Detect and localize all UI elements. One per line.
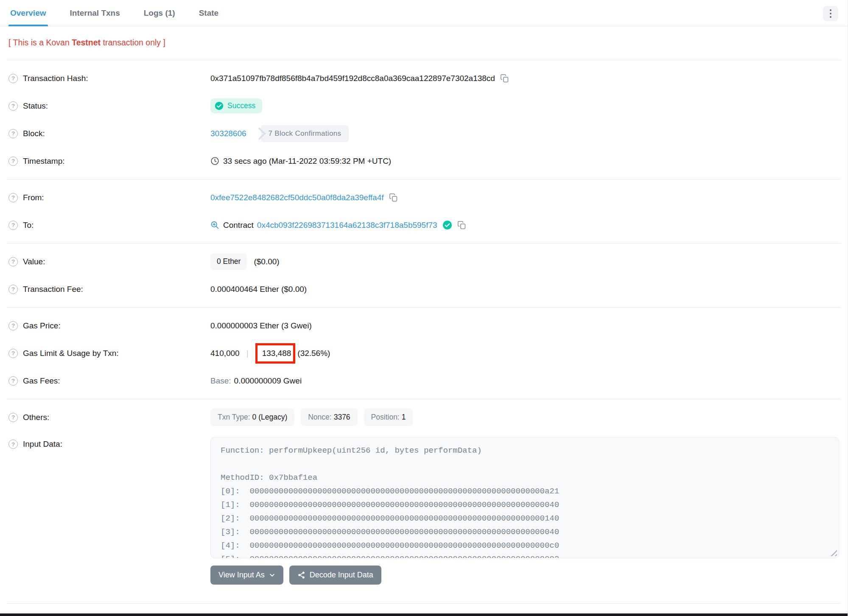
tab-internal-txns[interactable]: Internal Txns bbox=[68, 0, 122, 26]
label-text: Others: bbox=[23, 413, 49, 422]
to-label: ? To: bbox=[8, 221, 210, 230]
usd-value-text: ($0.00) bbox=[254, 257, 279, 266]
help-icon[interactable]: ? bbox=[8, 157, 18, 166]
help-icon[interactable]: ? bbox=[8, 129, 18, 138]
divider bbox=[7, 603, 841, 604]
label-text: Gas Fees: bbox=[23, 376, 60, 386]
input-data-content: Function: performUpkeep(uint256 id, byte… bbox=[221, 444, 829, 558]
copy-from-button[interactable] bbox=[389, 193, 398, 202]
kebab-dot bbox=[830, 13, 832, 15]
row-value: ? Value: 0 Ether ($0.00) bbox=[8, 248, 839, 275]
notice-prefix: [ This is a Kovan bbox=[8, 38, 72, 47]
help-icon[interactable]: ? bbox=[8, 349, 18, 358]
separator: | bbox=[246, 349, 249, 358]
clock-icon bbox=[210, 157, 219, 165]
badge-value: 0 (Legacy) bbox=[252, 413, 288, 421]
badge-value: 1 bbox=[402, 413, 406, 421]
annotation-box: 133,488 bbox=[255, 343, 296, 364]
row-transaction-hash: ? Transaction Hash: 0x371a51097fb78df856… bbox=[8, 64, 839, 92]
row-block: ? Block: 30328606 7 Block Confirmations bbox=[8, 120, 839, 147]
button-label: Decode Input Data bbox=[310, 571, 373, 580]
base-fee-label: Base: bbox=[210, 376, 231, 386]
status-badge: Success bbox=[210, 98, 262, 113]
gas-used-value: 133,488 bbox=[262, 349, 291, 358]
more-options-button[interactable] bbox=[823, 6, 838, 21]
help-icon[interactable]: ? bbox=[8, 74, 18, 83]
badge-label: Txn Type: bbox=[218, 413, 250, 421]
row-transaction-fee: ? Transaction Fee: 0.000400464 Ether ($0… bbox=[8, 275, 839, 303]
status-label: ? Status: bbox=[8, 101, 210, 111]
base-fee-value: 0.000000009 Gwei bbox=[234, 376, 302, 386]
decode-input-data-button[interactable]: Decode Input Data bbox=[289, 566, 381, 585]
timestamp-value: 33 secs ago (Mar-11-2022 03:59:32 PM +UT… bbox=[223, 157, 391, 166]
from-address-link[interactable]: 0xfee7522e8482682cf50ddc50a0f8da2a39effa… bbox=[210, 193, 384, 202]
footer-bar bbox=[0, 613, 848, 616]
block-confirmations-badge: 7 Block Confirmations bbox=[261, 125, 349, 142]
transaction-hash-value: 0x371a51097fb78df856f8b4a7bd459f192d8cc8… bbox=[210, 74, 495, 83]
section-others-input: ? Others: Txn Type:0 (Legacy) Nonce:3376… bbox=[0, 399, 848, 591]
help-icon[interactable]: ? bbox=[8, 101, 18, 111]
section-value: ? Value: 0 Ether ($0.00) ? Transaction F… bbox=[0, 244, 848, 307]
zoom-in-icon[interactable] bbox=[210, 221, 219, 230]
transaction-fee-label: ? Transaction Fee: bbox=[8, 285, 210, 294]
row-gas-fees: ? Gas Fees: Base: 0.000000009 Gwei bbox=[8, 367, 839, 395]
label-text: Value: bbox=[23, 257, 45, 266]
others-label: ? Others: bbox=[8, 413, 210, 422]
input-data-label: ? Input Data: bbox=[8, 437, 210, 449]
gas-limit-label: ? Gas Limit & Usage by Txn: bbox=[8, 349, 210, 358]
kebab-dot bbox=[830, 16, 832, 18]
label-text: Block: bbox=[23, 129, 45, 138]
testnet-notice: [ This is a Kovan Testnet transaction on… bbox=[0, 26, 848, 60]
badge-label: Position: bbox=[371, 413, 400, 421]
copy-icon bbox=[457, 221, 466, 230]
row-status: ? Status: Success bbox=[8, 92, 839, 120]
row-gas-price: ? Gas Price: 0.000000003 Ether (3 Gwei) bbox=[8, 312, 839, 339]
help-icon[interactable]: ? bbox=[8, 221, 18, 230]
help-icon[interactable]: ? bbox=[8, 257, 18, 266]
row-timestamp: ? Timestamp: 33 secs ago (Mar-11-2022 03… bbox=[8, 147, 839, 175]
label-text: To: bbox=[23, 221, 34, 230]
gas-price-value: 0.000000003 Ether (3 Gwei) bbox=[210, 321, 312, 330]
label-text: From: bbox=[23, 193, 44, 202]
resize-grip[interactable] bbox=[831, 550, 837, 556]
section-gas: ? Gas Price: 0.000000003 Ether (3 Gwei) … bbox=[0, 308, 848, 399]
copy-hash-button[interactable] bbox=[500, 74, 509, 83]
help-icon[interactable]: ? bbox=[8, 440, 18, 449]
label-text: Gas Price: bbox=[23, 321, 61, 330]
gas-price-label: ? Gas Price: bbox=[8, 321, 210, 330]
tab-bar: Overview Internal Txns Logs (1) State bbox=[0, 0, 848, 26]
badge-value: 3376 bbox=[334, 413, 350, 421]
notice-bold: Testnet bbox=[72, 38, 101, 47]
block-label: ? Block: bbox=[8, 129, 210, 138]
label-text: Input Data: bbox=[23, 440, 62, 449]
copy-to-button[interactable] bbox=[457, 221, 466, 230]
kebab-dot bbox=[830, 9, 832, 11]
txn-type-badge: Txn Type:0 (Legacy) bbox=[210, 409, 294, 426]
row-others: ? Others: Txn Type:0 (Legacy) Nonce:3376… bbox=[8, 403, 839, 431]
input-data-textarea[interactable]: Function: performUpkeep(uint256 id, byte… bbox=[210, 437, 839, 558]
help-icon[interactable]: ? bbox=[8, 413, 18, 422]
label-text: Timestamp: bbox=[23, 157, 65, 166]
help-icon[interactable]: ? bbox=[8, 193, 18, 202]
view-input-as-button[interactable]: View Input As bbox=[210, 566, 283, 585]
nonce-badge: Nonce:3376 bbox=[301, 409, 357, 426]
help-icon[interactable]: ? bbox=[8, 376, 18, 386]
copy-icon bbox=[389, 193, 398, 202]
transaction-hash-label: ? Transaction Hash: bbox=[8, 74, 210, 83]
to-address-link[interactable]: 0x4cb093f226983713164a62138c3f718a5b595f… bbox=[257, 221, 437, 230]
contract-verified-badge bbox=[442, 220, 452, 230]
tab-overview[interactable]: Overview bbox=[8, 0, 48, 26]
tab-logs[interactable]: Logs (1) bbox=[142, 0, 177, 26]
block-number-link[interactable]: 30328606 bbox=[210, 129, 246, 138]
row-gas-limit-usage: ? Gas Limit & Usage by Txn: 410,000 | 13… bbox=[8, 339, 839, 367]
copy-icon bbox=[500, 74, 509, 83]
value-label: ? Value: bbox=[8, 257, 210, 266]
timestamp-label: ? Timestamp: bbox=[8, 157, 210, 166]
label-text: Transaction Fee: bbox=[23, 285, 83, 294]
to-type-text: Contract bbox=[223, 221, 254, 230]
input-data-actions: View Input As Decode Input Data bbox=[210, 566, 839, 585]
help-icon[interactable]: ? bbox=[8, 285, 18, 294]
tab-state[interactable]: State bbox=[197, 0, 220, 26]
gas-used-percent: (32.56%) bbox=[297, 349, 330, 358]
help-icon[interactable]: ? bbox=[8, 321, 18, 330]
